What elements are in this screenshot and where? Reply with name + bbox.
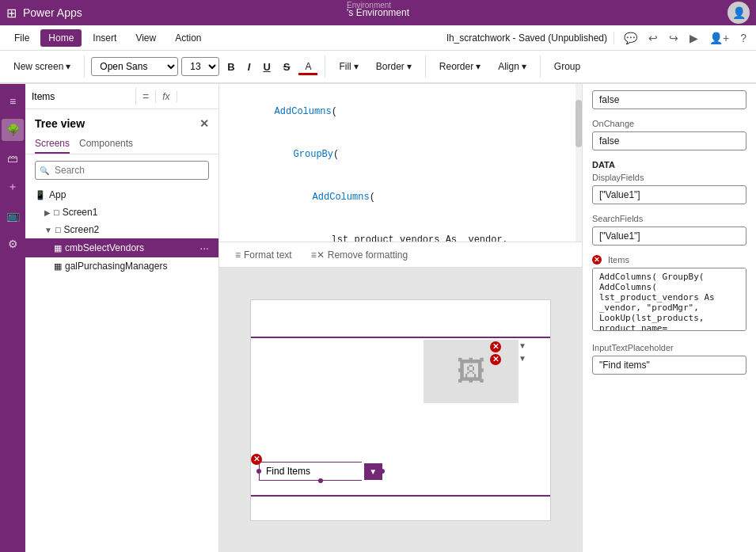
selection-handle-bottom <box>318 478 323 483</box>
formula-scope: Items <box>25 88 136 105</box>
group-button[interactable]: Group <box>547 57 587 76</box>
combobox-input[interactable]: Find Items <box>259 462 362 481</box>
selection-handle-right <box>380 469 385 474</box>
variables-icon[interactable]: ⚙ <box>2 233 24 255</box>
tree-item-gal-purchasing[interactable]: ▦ galPurchasingManagers <box>25 257 218 275</box>
format-text-label: Format text <box>244 249 292 261</box>
prop-onchange-section: OnChange false <box>592 119 747 150</box>
undo-icon[interactable]: ↩ <box>645 30 661 46</box>
waffle-icon[interactable]: ⊞ <box>6 6 17 21</box>
ribbon: New screen ▾ Open Sans 13 B I U S A Fill… <box>0 51 756 84</box>
hamburger-icon[interactable]: ≡ <box>2 90 24 112</box>
fill-label: Fill <box>339 61 351 72</box>
tree-item-screen2[interactable]: ▼ □ Screen2 <box>25 221 218 238</box>
reorder-chevron-icon: ▾ <box>476 61 481 72</box>
canvas-image-placeholder: 🖼 <box>424 340 519 403</box>
fill-chevron-icon: ▾ <box>354 61 359 72</box>
expand-icon: ▶ <box>44 208 51 217</box>
prop-display-fields-label: DisplayFields <box>592 173 747 182</box>
play-icon[interactable]: ▶ <box>686 30 701 46</box>
prop-input-placeholder-section: InputTextPlaceholder "Find items" <box>592 343 747 375</box>
canvas-bottom-line <box>251 495 550 497</box>
prop-display-fields-value[interactable]: ["Value1"] <box>592 185 747 204</box>
tree-item-screen1[interactable]: ▶ □ Screen1 <box>25 204 218 221</box>
menu-insert[interactable]: Insert <box>85 29 124 47</box>
formula-scope-value: Items <box>32 91 55 102</box>
tree-view-icon[interactable]: 🌳 <box>2 119 24 141</box>
remove-format-icon: ≡✕ <box>311 249 325 261</box>
close-icon[interactable]: ✕ <box>199 117 209 130</box>
font-color-button[interactable]: A <box>298 57 318 76</box>
prop-input-placeholder-value[interactable]: "Find items" <box>592 356 747 375</box>
italic-button[interactable]: I <box>243 59 256 75</box>
screen1-icon: □ <box>54 207 59 217</box>
code-line-4: lst_product_vendors As _vendor, <box>229 219 572 242</box>
prop-search-fields-value[interactable]: ["Value1"] <box>592 227 747 246</box>
data-icon[interactable]: 🗃 <box>2 147 24 169</box>
menu-home[interactable]: Home <box>40 29 82 47</box>
remove-formatting-button[interactable]: ≡✕ Remove formatting <box>305 247 414 263</box>
border-label: Border <box>376 61 405 72</box>
bold-button[interactable]: B <box>222 59 239 75</box>
tree-panel: Items = fx Tree view ✕ Screens Component… <box>25 84 219 552</box>
combobox-wrapper: ✕ Find Items ▼ <box>259 462 382 481</box>
align-button[interactable]: Align ▾ <box>491 57 534 76</box>
new-screen-label: New screen <box>13 61 63 72</box>
person-add-icon[interactable]: 👤+ <box>706 30 732 46</box>
format-text-button[interactable]: ≡ Format text <box>229 247 298 263</box>
code-line-3: AddColumns( <box>229 176 572 219</box>
combobox-error-icon: ✕ <box>251 454 262 465</box>
underline-button[interactable]: U <box>258 59 275 75</box>
format-text-icon: ≡ <box>235 249 241 261</box>
reorder-label: Reorder <box>439 61 473 72</box>
prop-items-textarea[interactable]: AddColumns( GroupBy( AddColumns( lst_pro… <box>592 268 747 331</box>
prop-search-fields-section: SearchFields ["Value1"] <box>592 214 747 246</box>
canvas-frame: 🖼 ✕ ▼ ✕ ▼ ✕ Find Items ▼ <box>250 299 551 521</box>
tree-item-cmb-select-vendors[interactable]: ▦ cmbSelectVendors ··· <box>25 238 218 257</box>
cmb-icon: ▦ <box>54 243 62 253</box>
strikethrough-button[interactable]: S <box>279 59 295 75</box>
search-wrapper <box>35 161 209 180</box>
reorder-button[interactable]: Reorder ▾ <box>432 57 488 76</box>
properties-panel: false OnChange false DATA DisplayFields … <box>582 84 756 552</box>
formula-bar: Items = fx <box>25 84 218 109</box>
tab-screens[interactable]: Screens <box>35 135 70 154</box>
search-input[interactable] <box>35 161 209 180</box>
avatar[interactable]: 👤 <box>728 2 750 24</box>
gal-label: galPurchasingManagers <box>65 261 167 272</box>
align-chevron-icon: ▾ <box>522 61 526 72</box>
fill-button[interactable]: Fill ▾ <box>332 57 365 76</box>
main-container: ≡ 🌳 🗃 ＋ 📺 ⚙ Items = fx Tree view ✕ Scree… <box>0 84 756 552</box>
prop-items-label: Items <box>608 255 629 265</box>
prop-false-value: false <box>592 90 747 109</box>
tree-tabs: Screens Components <box>25 135 218 154</box>
font-size-dropdown[interactable]: 13 <box>181 57 219 76</box>
comment-icon[interactable]: 💬 <box>621 30 640 46</box>
redo-icon[interactable]: ↪ <box>666 30 682 46</box>
color-underline <box>298 73 317 75</box>
toolbar-icons: 💬 ↩ ↪ ▶ 👤+ ? <box>621 30 750 46</box>
canvas-chevron-2: ▼ <box>519 354 526 363</box>
new-screen-button[interactable]: New screen ▾ <box>6 57 78 76</box>
tab-components[interactable]: Components <box>79 135 133 154</box>
menu-view[interactable]: View <box>127 29 164 47</box>
tree-item-app[interactable]: 📱 App <box>25 186 218 204</box>
plus-icon[interactable]: ＋ <box>2 176 24 198</box>
font-family-dropdown[interactable]: Open Sans <box>91 57 178 76</box>
screen1-label: Screen1 <box>63 207 98 218</box>
menu-action[interactable]: Action <box>167 29 209 47</box>
code-editor[interactable]: AddColumns( GroupBy( AddColumns( lst_pro… <box>219 84 582 242</box>
ribbon-separator-1 <box>84 55 85 78</box>
canvas-error-icon-1: ✕ <box>490 341 501 352</box>
border-button[interactable]: Border ▾ <box>369 57 419 76</box>
more-options-icon[interactable]: ··· <box>199 242 209 254</box>
screen-icon[interactable]: 📺 <box>2 204 24 227</box>
prop-input-placeholder-label: InputTextPlaceholder <box>592 343 747 352</box>
menu-file[interactable]: File <box>6 29 37 47</box>
sidebar-icons: ≡ 🌳 🗃 ＋ 📺 ⚙ <box>0 84 25 552</box>
ribbon-separator-4 <box>540 55 541 78</box>
help-icon[interactable]: ? <box>737 30 750 46</box>
editor-scrollbar[interactable] <box>576 84 582 242</box>
menu-right: lh_scratchwork - Saved (Unpublished) 💬 ↩… <box>446 30 750 46</box>
prop-data-title: DATA <box>592 160 747 169</box>
